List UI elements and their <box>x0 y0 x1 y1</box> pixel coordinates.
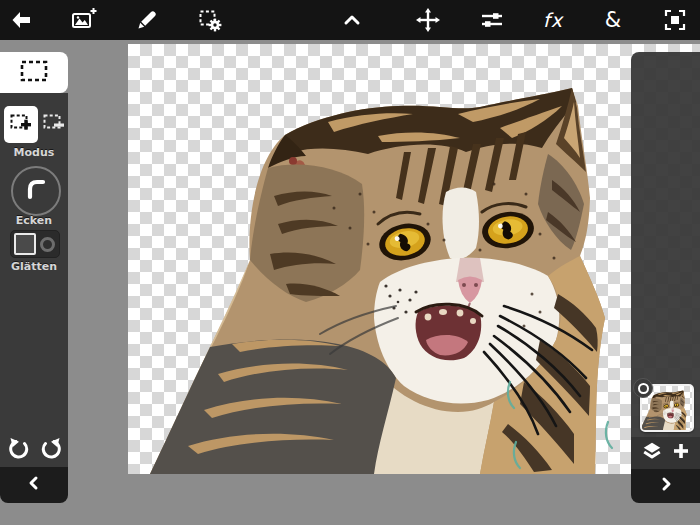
undo-button[interactable] <box>6 437 34 463</box>
back-button[interactable] <box>5 4 37 36</box>
fit-screen-icon <box>663 8 687 32</box>
smoothing-label: Glätten <box>0 260 68 273</box>
move-tool-button[interactable] <box>412 4 444 36</box>
chevron-up-icon <box>341 9 363 31</box>
canvas-area[interactable] <box>128 44 700 474</box>
add-selection-icon <box>9 111 33 139</box>
subtract-selection-icon <box>42 112 66 138</box>
cat-image <box>128 44 700 474</box>
redo-button[interactable] <box>36 437 64 463</box>
plus-icon <box>672 442 690 464</box>
left-panel-collapse-button[interactable] <box>0 467 68 503</box>
square-edge-option[interactable] <box>14 233 36 255</box>
back-arrow-icon <box>9 8 33 32</box>
add-layer-button[interactable] <box>672 442 690 464</box>
corners-label: Ecken <box>0 214 68 227</box>
layer-thumbnail[interactable] <box>640 384 694 432</box>
add-selection-button[interactable] <box>4 106 38 143</box>
add-image-button[interactable] <box>68 4 100 36</box>
brush-icon <box>136 9 158 31</box>
add-image-icon <box>71 8 97 32</box>
right-panel-expand-button[interactable] <box>631 469 700 503</box>
layers-panel <box>631 52 700 437</box>
chevron-right-icon <box>657 475 675 497</box>
layers-button[interactable] <box>641 440 663 466</box>
blend-button[interactable]: & <box>597 4 629 36</box>
subtract-selection-button[interactable] <box>41 110 67 139</box>
fx-icon: fx <box>543 9 563 31</box>
smoothing-toggle[interactable] <box>10 230 60 258</box>
selection-settings-button[interactable] <box>194 4 226 36</box>
adjustments-button[interactable] <box>476 4 508 36</box>
fit-screen-button[interactable] <box>659 4 691 36</box>
adjustments-sliders-icon <box>480 8 504 32</box>
layers-action-bar <box>631 437 700 469</box>
undo-icon <box>8 437 32 463</box>
layers-icon <box>641 440 663 466</box>
chevron-left-icon <box>25 474 43 496</box>
tool-options-sidebar: Modus Ecken Glätten <box>0 93 68 467</box>
effects-button[interactable]: fx <box>537 4 569 36</box>
rounded-corner-icon <box>23 176 49 206</box>
selection-settings-icon <box>198 8 222 32</box>
panel-collapse-up-button[interactable] <box>336 4 368 36</box>
mode-label: Modus <box>0 146 68 159</box>
corners-button[interactable] <box>11 166 61 216</box>
layer-badge-icon <box>633 378 653 398</box>
active-tool-panel[interactable] <box>0 52 68 93</box>
redo-icon <box>38 437 62 463</box>
round-edge-option[interactable] <box>40 237 55 252</box>
move-icon <box>416 8 440 32</box>
ampersand-icon: & <box>605 8 621 32</box>
brush-button[interactable] <box>131 4 163 36</box>
rectangular-marquee-icon <box>19 59 49 87</box>
top-toolbar: fx & <box>0 0 700 40</box>
